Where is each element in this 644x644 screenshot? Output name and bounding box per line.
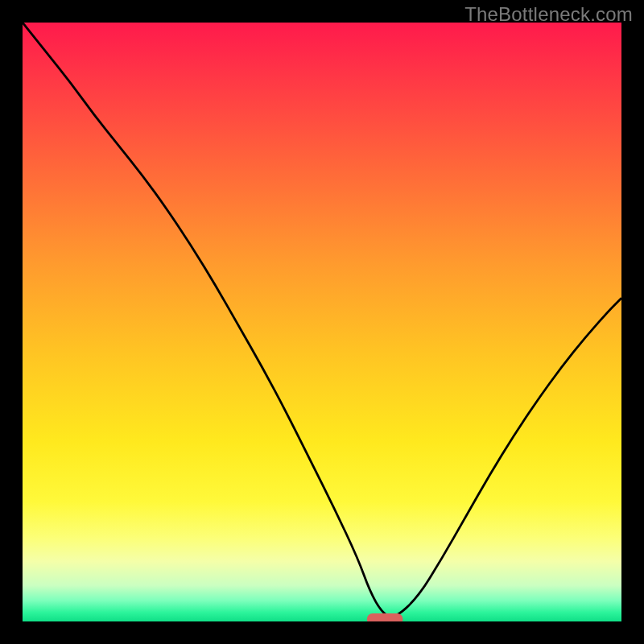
plot-area (23, 23, 621, 621)
chart-svg (23, 23, 621, 621)
watermark-text: TheBottleneck.com (464, 3, 633, 26)
optimal-marker (367, 613, 403, 621)
gradient-background (23, 23, 621, 621)
chart-frame: TheBottleneck.com (0, 0, 644, 644)
